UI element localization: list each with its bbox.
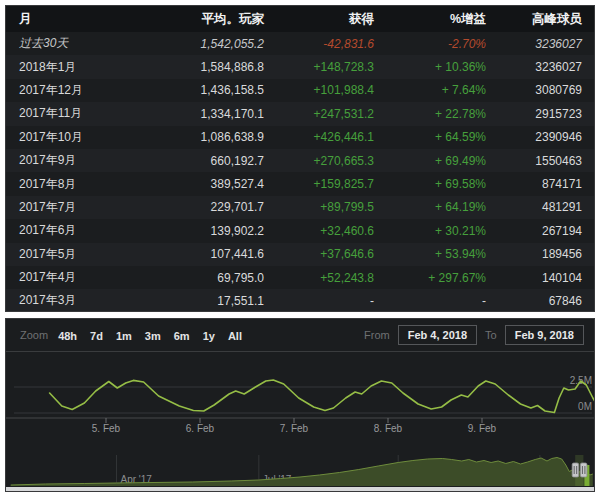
navigator-area[interactable]: [11, 458, 593, 487]
cell-gain: +32,460.6: [264, 224, 374, 238]
cell-month: 2018年1月: [6, 59, 169, 76]
x-axis-label: 7. Feb: [280, 423, 309, 434]
table-body: 过去30天1,542,055.2-42,831.6-2.70%323602720…: [6, 32, 594, 312]
to-date-input[interactable]: Feb 9, 2018: [505, 325, 584, 345]
cell-gain: +101,988.4: [264, 83, 374, 97]
cell-avg: 1,436,158.5: [169, 83, 264, 97]
cell-avg: 1,542,055.2: [169, 37, 264, 51]
page: 月 平均。玩家 获得 %增益 高峰球员 过去30天1,542,055.2-42,…: [0, 0, 600, 493]
range-selector: Zoom 48h7d1m3m6m1yAll From Feb 4, 2018 T…: [6, 319, 594, 352]
table-header-row: 月 平均。玩家 获得 %增益 高峰球员: [6, 6, 594, 32]
zoom-button-all[interactable]: All: [228, 330, 242, 342]
zoom-button-6m[interactable]: 6m: [174, 330, 190, 342]
cell-avg: 69,795.0: [169, 271, 264, 285]
zoom-buttons-group: 48h7d1m3m6m1yAll: [58, 326, 255, 344]
header-pct-gain: %增益: [374, 11, 486, 28]
x-axis-label: 6. Feb: [186, 423, 215, 434]
cell-month: 2017年9月: [6, 152, 169, 169]
cell-gain: +37,646.6: [264, 247, 374, 261]
cell-gain: +270,665.3: [264, 154, 374, 168]
table-row: 2017年11月1,334,170.1+247,531.2+ 22.78%291…: [6, 102, 594, 125]
cell-peak: 2390946: [486, 130, 594, 144]
cell-month: 2017年12月: [6, 82, 169, 99]
zoom-button-3m[interactable]: 3m: [145, 330, 161, 342]
cell-peak: 140104: [486, 271, 594, 285]
table-row: 2017年12月1,436,158.5+101,988.4+ 7.64%3080…: [6, 79, 594, 102]
to-label: To: [485, 329, 497, 341]
player-history-chart-card: Zoom 48h7d1m3m6m1yAll From Feb 4, 2018 T…: [5, 318, 595, 492]
cell-pct: + 64.19%: [374, 200, 486, 214]
nav-handle-right[interactable]: [580, 463, 587, 477]
cell-pct: + 30.21%: [374, 224, 486, 238]
nav-handle-left[interactable]: [572, 463, 579, 477]
header-avg-players: 平均。玩家: [169, 11, 264, 28]
table-row: 2017年4月69,795.0+52,243.8+ 297.67%140104: [6, 266, 594, 289]
cell-pct: -: [374, 294, 486, 308]
cell-pct: + 69.58%: [374, 177, 486, 191]
cell-pct: + 7.64%: [374, 83, 486, 97]
cell-peak: 2915723: [486, 107, 594, 121]
cell-month: 过去30天: [6, 35, 169, 52]
chart-scrollbar[interactable]: [6, 487, 594, 491]
cell-month: 2017年11月: [6, 105, 169, 122]
cell-month: 2017年8月: [6, 176, 169, 193]
cell-pct: + 69.49%: [374, 154, 486, 168]
cell-pct: + 297.67%: [374, 271, 486, 285]
cell-peak: 874171: [486, 177, 594, 191]
table-row: 2017年10月1,086,638.9+426,446.1+ 64.59%239…: [6, 126, 594, 149]
cell-peak: 3236027: [486, 37, 594, 51]
cell-peak: 67846: [486, 294, 594, 308]
cell-avg: 660,192.7: [169, 154, 264, 168]
header-gain: 获得: [264, 11, 374, 28]
x-axis-label: 8. Feb: [374, 423, 403, 434]
cell-avg: 107,441.6: [169, 247, 264, 261]
cell-month: 2017年3月: [6, 292, 169, 309]
cell-avg: 139,902.2: [169, 224, 264, 238]
from-label: From: [364, 329, 390, 341]
chart-svg[interactable]: 2.5M0M5. Feb6. Feb7. Feb8. Feb9. FebApr …: [6, 352, 594, 487]
cell-month: 2017年4月: [6, 269, 169, 286]
table-row: 2017年7月229,701.7+89,799.5+ 64.19%481291: [6, 196, 594, 219]
table-row: 过去30天1,542,055.2-42,831.6-2.70%3236027: [6, 32, 594, 55]
cell-month: 2017年10月: [6, 129, 169, 146]
cell-gain: +148,728.3: [264, 60, 374, 74]
cell-avg: 1,086,638.9: [169, 130, 264, 144]
cell-pct: + 10.36%: [374, 60, 486, 74]
header-month: 月: [6, 11, 169, 28]
x-axis-label: 9. Feb: [468, 423, 497, 434]
cell-peak: 1550463: [486, 154, 594, 168]
cell-peak: 481291: [486, 200, 594, 214]
cell-gain: +159,825.7: [264, 177, 374, 191]
cell-avg: 1,584,886.8: [169, 60, 264, 74]
cell-avg: 389,527.4: [169, 177, 264, 191]
cell-gain: -42,831.6: [264, 37, 374, 51]
from-date-input[interactable]: Feb 4, 2018: [398, 325, 477, 345]
cell-gain: +247,531.2: [264, 107, 374, 121]
cell-gain: +52,243.8: [264, 271, 374, 285]
table-row: 2018年1月1,584,886.8+148,728.3+ 10.36%3236…: [6, 55, 594, 78]
zoom-button-1m[interactable]: 1m: [116, 330, 132, 342]
cell-avg: 17,551.1: [169, 294, 264, 308]
zoom-button-1y[interactable]: 1y: [203, 330, 215, 342]
table-row: 2017年3月17,551.1--67846: [6, 289, 594, 312]
cell-pct: + 53.94%: [374, 247, 486, 261]
zoom-button-7d[interactable]: 7d: [90, 330, 103, 342]
cell-gain: +426,446.1: [264, 130, 374, 144]
table-row: 2017年8月389,527.4+159,825.7+ 69.58%874171: [6, 172, 594, 195]
header-peak-players: 高峰球员: [486, 11, 594, 28]
cell-avg: 229,701.7: [169, 200, 264, 214]
table-row: 2017年9月660,192.7+270,665.3+ 69.49%155046…: [6, 149, 594, 172]
table-row: 2017年5月107,441.6+37,646.6+ 53.94%189456: [6, 243, 594, 266]
zoom-button-48h[interactable]: 48h: [58, 330, 77, 342]
player-stats-table: 月 平均。玩家 获得 %增益 高峰球员 过去30天1,542,055.2-42,…: [5, 5, 595, 312]
cell-pct: + 22.78%: [374, 107, 486, 121]
cell-gain: +89,799.5: [264, 200, 374, 214]
table-row: 2017年6月139,902.2+32,460.6+ 30.21%267194: [6, 219, 594, 242]
cell-month: 2017年5月: [6, 246, 169, 263]
cell-peak: 3236027: [486, 60, 594, 74]
y-axis-label: 0M: [578, 401, 592, 412]
cell-peak: 189456: [486, 247, 594, 261]
cell-pct: -2.70%: [374, 37, 486, 51]
cell-month: 2017年7月: [6, 199, 169, 216]
cell-avg: 1,334,170.1: [169, 107, 264, 121]
